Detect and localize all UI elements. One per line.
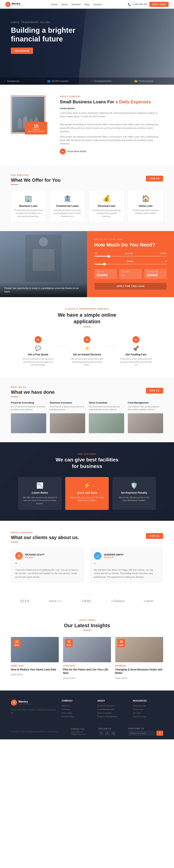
know-more-button[interactable]: ▶ Know More Worth bbox=[60, 149, 86, 154]
social-facebook[interactable]: f bbox=[99, 731, 104, 736]
apply-loan-button[interactable]: APPLY FOR THIS LOAN bbox=[94, 283, 167, 290]
hero-stats-bar: ✓ Fast Approvals 👥 100,000+ Customers ✓ … bbox=[0, 78, 174, 85]
done-desc-financial: We are full service business consulting … bbox=[11, 405, 46, 411]
logo-subtitle: Loan Business bbox=[11, 5, 25, 7]
done-name-financial: Financial Consulting bbox=[11, 401, 46, 404]
partner-elfa: ELFA bbox=[21, 599, 30, 603]
testi-1-avatar: R bbox=[15, 552, 23, 560]
footer-link-loanbiz[interactable]: Loan Business bbox=[133, 715, 163, 718]
footer-company-col: COMPANY About Us Company Free & Blog Pri… bbox=[62, 700, 92, 718]
footer-contact-title: CONTACT US bbox=[71, 728, 86, 730]
calc-get-it-for: Get it for $10000 bbox=[94, 269, 117, 279]
calc-earn-label: You could earn bbox=[147, 271, 164, 273]
news-category-1: HOME LOAN bbox=[11, 665, 59, 667]
calc-title: How Much Do You Need? bbox=[94, 242, 167, 248]
slider-amount-track[interactable] bbox=[94, 256, 167, 256]
news-read-more-2[interactable]: READ MORE bbox=[63, 677, 75, 679]
nav-about[interactable]: About bbox=[61, 3, 67, 6]
services-join-button[interactable]: JOIN US bbox=[146, 176, 163, 182]
social-twitter[interactable]: t bbox=[105, 731, 110, 736]
done-join-button[interactable]: JOIN US bbox=[146, 388, 163, 394]
subscribe-button[interactable]: ➤ bbox=[156, 731, 163, 736]
footer-link-privacy[interactable]: Privacy Policy bbox=[62, 715, 92, 718]
partners-row: ELFA voicecash CBRL ♦ Finance copire! bbox=[11, 599, 163, 603]
slider-months-track[interactable] bbox=[94, 264, 167, 265]
footer-link-about[interactable]: About Us bbox=[62, 705, 92, 707]
simple-title-2: application bbox=[74, 319, 100, 324]
hero-section: Simple, Transparent, Secure Building a b… bbox=[0, 9, 174, 85]
slider-amount-thumb[interactable] bbox=[108, 255, 110, 257]
news-read-more-1[interactable]: READ MORE bbox=[11, 674, 23, 676]
done-img-fund bbox=[128, 413, 163, 433]
apply-now-button[interactable]: APPLY NOW bbox=[149, 2, 169, 7]
calc-earn-value: $35000 bbox=[147, 273, 164, 277]
testi-2-name: JENNIFER SMITH bbox=[104, 553, 123, 556]
footer-brand-desc: Lorem ipsum dolor sit amet, consectetur … bbox=[11, 708, 56, 715]
service-name-personal: Personal Loan bbox=[92, 205, 121, 207]
step-line-2 bbox=[105, 346, 118, 346]
news-section: LATEST NEWS Our Latest Insights 22 MAR H… bbox=[0, 608, 174, 690]
testi-join-button[interactable]: JOIN US bbox=[146, 533, 163, 539]
slider-months-fill bbox=[94, 264, 105, 265]
slider-months-thumb[interactable] bbox=[103, 263, 106, 266]
news-title-3: Changing & Grow Business Faster and Bett… bbox=[115, 668, 163, 675]
step-3-desc: If you have a good credit profile and yo… bbox=[120, 358, 152, 366]
fac-desc-quick: We provide quick process to 1% Cash With… bbox=[69, 496, 105, 502]
recommend-button[interactable]: Recommend bbox=[11, 48, 33, 54]
play-button-icon: ▶ bbox=[60, 149, 66, 154]
testi-2-quote-icon: " bbox=[94, 562, 159, 567]
simple-label: A QUICK & TRANSPARENT PROCESS bbox=[11, 308, 163, 310]
slider-amount-min: 100 bbox=[94, 252, 97, 254]
footer-link-fund[interactable]: Fund Management bbox=[97, 708, 127, 710]
footer-brand-name: Mentry bbox=[19, 700, 32, 703]
testi-2-avatar: J bbox=[94, 552, 102, 560]
footer-link-tip[interactable]: Tip Loan bbox=[133, 712, 163, 714]
fac-title-rates: Lower Rates bbox=[23, 491, 57, 494]
testi-underline bbox=[11, 542, 18, 542]
stat-no-fees: ✓ No Prepayment Fees bbox=[87, 78, 131, 85]
done-card-insurance: Business Insurance Performance is about … bbox=[50, 401, 85, 433]
step-1-title: Get a Free Quote bbox=[22, 353, 54, 356]
service-name-home: Home Loan bbox=[131, 205, 161, 207]
nav-home[interactable]: Home bbox=[51, 3, 57, 6]
footer-logo-circle: M bbox=[11, 700, 17, 706]
footer-link-home[interactable]: Home Loan bbox=[133, 708, 163, 710]
news-title-2: Plan for the Future and Live Your Life N… bbox=[63, 668, 111, 675]
social-linkedin[interactable]: in bbox=[111, 731, 116, 736]
step-2-desc: We provide online instant with credit ch… bbox=[71, 358, 103, 366]
news-label: LATEST NEWS bbox=[11, 619, 163, 621]
footer-link-bizmanage[interactable]: Business Management bbox=[97, 715, 127, 718]
news-date-3: 20 MAR bbox=[117, 639, 125, 647]
stat-flexible: 💳 Flexible payments bbox=[131, 78, 174, 85]
footer-link-blog[interactable]: Free & Blog bbox=[62, 712, 92, 714]
service-name-business: Business Loan bbox=[13, 205, 43, 207]
done-title: What we have done bbox=[11, 390, 55, 395]
testi-grid: R RICHARD SCOTT ★★★★☆ " I have the riche… bbox=[11, 548, 163, 583]
years-label: Years of bbox=[27, 128, 45, 130]
news-read-more-3[interactable]: READ MORE bbox=[115, 677, 127, 679]
footer-contact-store: Store With US bbox=[71, 731, 86, 733]
steps-row: 01 💬 Get a Free Quote We will customize … bbox=[11, 336, 163, 366]
footer-link-personal[interactable]: Personal Loan bbox=[133, 705, 163, 707]
news-category-3: BUSINESS bbox=[115, 665, 163, 667]
footer-resources-links: Personal Loan Home Loan Tip Loan Loan Bu… bbox=[133, 705, 163, 718]
subscribe-email-input[interactable] bbox=[128, 731, 155, 736]
footer-link-company[interactable]: Company bbox=[62, 708, 92, 710]
service-card-business: 🏢 Business Loan Providing the best busin… bbox=[11, 190, 46, 222]
nav-blog[interactable]: Blog bbox=[84, 3, 89, 6]
footer-link-insurance[interactable]: Business Insurance bbox=[97, 705, 127, 707]
footer-link-stock[interactable]: Stock Custodian bbox=[97, 712, 127, 714]
nav-contact[interactable]: Contact bbox=[93, 3, 101, 6]
nav-services[interactable]: Services bbox=[71, 3, 81, 6]
about-content: ABOUT COMPANY Small Business Loans For a… bbox=[58, 96, 163, 154]
quick-easy-icon: ⚡ bbox=[69, 482, 105, 489]
logo[interactable]: M Mentry Loan Business bbox=[5, 2, 25, 7]
loan-calc-image: People had opportunity to study in a pre… bbox=[0, 231, 87, 297]
footer: M Mentry Loan Business Lorem ipsum dolor… bbox=[0, 690, 174, 739]
about-section: 15 Years of experience in finance ABOUT … bbox=[0, 85, 174, 165]
done-card-stock: Stock Custodian We recommend systematica… bbox=[89, 401, 124, 433]
years-sub: experience in finance bbox=[27, 130, 45, 132]
footer-brand-col: M Mentry Loan Business Lorem ipsum dolor… bbox=[11, 700, 56, 718]
footer-follow-title: FOLLOW US bbox=[99, 728, 116, 730]
logo-name: Mentry bbox=[11, 2, 25, 5]
